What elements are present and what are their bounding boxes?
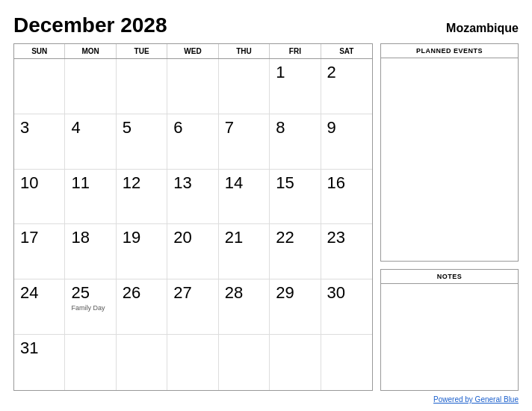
notes-title: NOTES bbox=[381, 270, 518, 284]
calendar-cell: 22 bbox=[270, 224, 321, 279]
powered-by-link[interactable]: Powered by General Blue bbox=[433, 395, 519, 404]
calendar-cell: 31 bbox=[14, 335, 65, 390]
calendar-cell: 30 bbox=[321, 279, 372, 335]
calendar-cell: 13 bbox=[167, 170, 218, 225]
cell-day-number: 29 bbox=[276, 284, 294, 302]
calendar-cell: 10 bbox=[14, 170, 65, 225]
calendar-cell: 12 bbox=[117, 170, 167, 225]
calendar-cell: 7 bbox=[219, 114, 270, 170]
calendar-cell: 11 bbox=[65, 170, 116, 225]
cell-day-number: 28 bbox=[225, 284, 243, 302]
calendar-cell: 9 bbox=[321, 114, 372, 170]
calendar-cell: 20 bbox=[167, 224, 218, 279]
main-content: SUNMONTUEWEDTHUFRISAT 123456789101112131… bbox=[13, 43, 519, 391]
calendar-cell bbox=[219, 59, 270, 114]
day-header-thu: THU bbox=[219, 44, 270, 58]
calendar-cell bbox=[167, 59, 218, 114]
cell-day-number: 11 bbox=[71, 174, 89, 192]
cell-day-number: 6 bbox=[173, 119, 182, 137]
calendar-cell bbox=[167, 335, 218, 390]
cell-day-number: 3 bbox=[20, 119, 29, 137]
cell-day-number: 20 bbox=[173, 229, 191, 247]
calendar-cell: 26 bbox=[117, 279, 167, 335]
cell-day-number: 22 bbox=[276, 229, 294, 247]
cell-day-number: 15 bbox=[276, 174, 294, 192]
cell-day-number: 25 bbox=[71, 284, 89, 302]
day-header-fri: FRI bbox=[270, 44, 321, 58]
calendar-cell: 23 bbox=[321, 224, 372, 279]
day-header-mon: MON bbox=[65, 44, 116, 58]
cell-day-number: 2 bbox=[327, 64, 336, 81]
country-title: Mozambique bbox=[446, 22, 519, 35]
calendar-cell: 28 bbox=[219, 279, 270, 335]
day-headers-row: SUNMONTUEWEDTHUFRISAT bbox=[14, 44, 372, 59]
calendar-cell bbox=[14, 59, 65, 114]
cell-day-number: 18 bbox=[71, 229, 89, 247]
planned-events-content bbox=[381, 58, 518, 261]
cell-day-number: 21 bbox=[225, 229, 243, 247]
cell-day-number: 14 bbox=[225, 174, 243, 192]
cell-day-number: 5 bbox=[123, 119, 132, 137]
calendar-cell: 19 bbox=[117, 224, 167, 279]
calendar-cell: 1 bbox=[270, 59, 321, 114]
sidebar: PLANNED EVENTS NOTES bbox=[380, 43, 519, 391]
cell-day-number: 31 bbox=[20, 339, 38, 357]
cell-day-number: 7 bbox=[225, 119, 234, 137]
calendar-cell: 14 bbox=[219, 170, 270, 225]
notes-box: NOTES bbox=[380, 269, 519, 391]
planned-events-box: PLANNED EVENTS bbox=[380, 43, 519, 262]
calendar-section: SUNMONTUEWEDTHUFRISAT 123456789101112131… bbox=[13, 43, 373, 391]
day-header-wed: WED bbox=[167, 44, 218, 58]
day-header-sat: SAT bbox=[321, 44, 372, 58]
calendar-cell bbox=[117, 59, 167, 114]
calendar-cell bbox=[321, 335, 372, 390]
cell-day-number: 12 bbox=[123, 174, 140, 192]
cell-day-number: 8 bbox=[276, 119, 285, 137]
cell-day-number: 23 bbox=[327, 229, 345, 247]
calendar-cell: 29 bbox=[270, 279, 321, 335]
notes-content bbox=[381, 284, 518, 390]
cell-day-number: 19 bbox=[123, 229, 140, 247]
calendar-cell bbox=[65, 335, 116, 390]
cell-day-number: 17 bbox=[20, 229, 38, 247]
calendar-cell: 3 bbox=[14, 114, 65, 170]
cell-day-number: 26 bbox=[123, 284, 140, 302]
calendar-cell: 5 bbox=[117, 114, 167, 170]
calendar-cell: 17 bbox=[14, 224, 65, 279]
day-header-tue: TUE bbox=[117, 44, 167, 58]
calendar-cell bbox=[117, 335, 167, 390]
calendar-cell: 15 bbox=[270, 170, 321, 225]
cell-day-number: 9 bbox=[327, 119, 336, 137]
cell-day-number: 1 bbox=[276, 64, 285, 81]
cell-event-label: Family Day bbox=[71, 304, 105, 312]
planned-events-title: PLANNED EVENTS bbox=[381, 44, 518, 58]
cell-day-number: 10 bbox=[20, 174, 38, 192]
calendar-cell bbox=[270, 335, 321, 390]
calendar-cell: 6 bbox=[167, 114, 218, 170]
footer: Powered by General Blue bbox=[13, 395, 519, 404]
calendar-cell: 2 bbox=[321, 59, 372, 114]
cell-day-number: 16 bbox=[327, 174, 345, 192]
calendar-cell bbox=[65, 59, 116, 114]
calendar-cell: 24 bbox=[14, 279, 65, 335]
cell-day-number: 27 bbox=[173, 284, 191, 302]
calendar-cell: 16 bbox=[321, 170, 372, 225]
cell-day-number: 4 bbox=[71, 119, 80, 137]
cell-day-number: 24 bbox=[20, 284, 38, 302]
calendar-cell: 4 bbox=[65, 114, 116, 170]
calendar-cell: 18 bbox=[65, 224, 116, 279]
day-header-sun: SUN bbox=[14, 44, 65, 58]
calendar-cell: 8 bbox=[270, 114, 321, 170]
cell-day-number: 13 bbox=[173, 174, 191, 192]
calendar-cell: 27 bbox=[167, 279, 218, 335]
cell-day-number: 30 bbox=[327, 284, 345, 302]
month-year-title: December 2028 bbox=[13, 13, 167, 37]
calendar-cell: 21 bbox=[219, 224, 270, 279]
calendar-grid: 1234567891011121314151617181920212223242… bbox=[14, 59, 372, 390]
calendar-cell: 25Family Day bbox=[65, 279, 116, 335]
calendar-cell bbox=[219, 335, 270, 390]
